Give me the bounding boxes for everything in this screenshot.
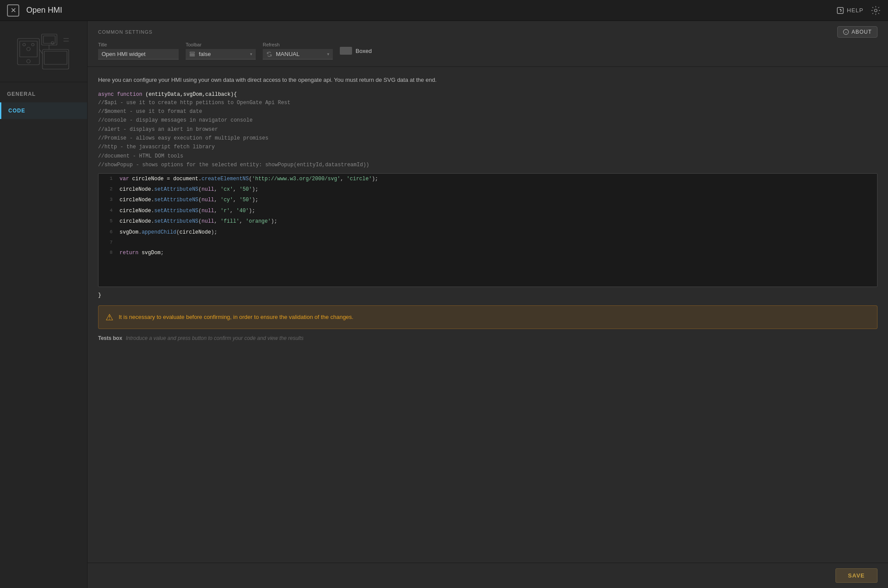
svg-point-16 bbox=[23, 43, 25, 46]
warning-icon: ⚠ bbox=[106, 312, 113, 322]
code-editor-area: Here you can configure your HMI using yo… bbox=[88, 67, 888, 563]
closing-brace: } bbox=[98, 292, 877, 298]
code-line-5: 5 circleNode.setAttributeNS(null, 'fill'… bbox=[99, 216, 877, 227]
toolbar-select[interactable]: false ▾ bbox=[186, 49, 256, 60]
comment-7: //document - HTML DOM tools bbox=[98, 152, 877, 161]
sidebar-nav: GENERAL CODE bbox=[0, 82, 87, 119]
help-label: HELP bbox=[847, 7, 863, 14]
warning-text: It is necessary to evaluate before confi… bbox=[119, 314, 353, 320]
svg-rect-0 bbox=[837, 7, 843, 14]
boxed-checkbox[interactable] bbox=[340, 47, 352, 55]
settings-row: Title Toolbar false ▾ bbox=[98, 42, 877, 60]
comment-6: //http - the javascript fetch library bbox=[98, 143, 877, 151]
close-icon: ✕ bbox=[11, 6, 16, 14]
top-bar: ✕ Open HMI HELP bbox=[0, 0, 888, 21]
help-icon bbox=[836, 7, 844, 14]
svg-point-17 bbox=[32, 43, 34, 46]
toolbar-label: Toolbar bbox=[186, 42, 256, 47]
common-settings-panel: COMMON SETTINGS ABOUT Title Toolb bbox=[88, 21, 888, 67]
sidebar-logo bbox=[0, 21, 87, 82]
code-editor[interactable]: 1 var circleNode = document.createElemen… bbox=[98, 173, 877, 287]
warning-box: ⚠ It is necessary to evaluate before con… bbox=[98, 305, 877, 329]
boxed-setting: Boxed bbox=[340, 47, 372, 55]
code-line-3: 3 circleNode.setAttributeNS(null, 'cy', … bbox=[99, 195, 877, 205]
about-label: ABOUT bbox=[852, 29, 872, 35]
title-input[interactable] bbox=[98, 49, 179, 60]
svg-rect-4 bbox=[20, 41, 37, 57]
page-title: Open HMI bbox=[26, 6, 836, 15]
code-line-1: 1 var circleNode = document.createElemen… bbox=[99, 174, 877, 184]
refresh-value: MANUAL bbox=[276, 51, 300, 57]
comment-2: //$moment - use it to format date bbox=[98, 107, 877, 116]
svg-rect-19 bbox=[190, 52, 195, 52]
bottom-bar: SAVE bbox=[88, 563, 888, 588]
comment-3: //console - display messages in navigato… bbox=[98, 116, 877, 125]
refresh-icon bbox=[266, 51, 272, 57]
main-content: COMMON SETTINGS ABOUT Title Toolb bbox=[88, 21, 888, 588]
sidebar-item-general[interactable]: GENERAL bbox=[0, 86, 87, 102]
code-line-7: 7 bbox=[99, 238, 877, 248]
code-line-6: 6 svgDom.appendChild(circleNode); bbox=[99, 227, 877, 238]
about-icon bbox=[843, 29, 849, 35]
comment-4: //alert - displays an alert in browser bbox=[98, 125, 877, 134]
tests-box-label: Tests box bbox=[98, 335, 122, 341]
fn-signature: async function (entityData,svgDom,callba… bbox=[98, 91, 877, 98]
title-label: Title bbox=[98, 42, 179, 47]
title-setting: Title bbox=[98, 42, 179, 60]
sidebar-item-code[interactable]: CODE bbox=[0, 102, 87, 119]
svg-rect-20 bbox=[190, 54, 195, 54]
svg-rect-21 bbox=[190, 55, 195, 56]
comments-block: //$api - use it to create http petitions… bbox=[98, 98, 877, 170]
close-button[interactable]: ✕ bbox=[7, 4, 19, 17]
toolbar-icon bbox=[189, 51, 195, 57]
refresh-label: Refresh bbox=[263, 42, 333, 47]
tests-box-row: Tests box Introduce a value and press bu… bbox=[98, 335, 877, 341]
svg-point-2 bbox=[874, 9, 877, 12]
svg-point-5 bbox=[27, 60, 30, 63]
comment-1: //$api - use it to create http petitions… bbox=[98, 98, 877, 107]
async-keyword: async bbox=[98, 91, 114, 98]
help-button[interactable]: HELP bbox=[836, 7, 863, 14]
comment-5: //Promise - allows easy execution of mul… bbox=[98, 134, 877, 143]
comment-8: //showPopup - shows options for the sele… bbox=[98, 161, 877, 169]
boxed-label: Boxed bbox=[356, 48, 372, 54]
toolbar-arrow: ▾ bbox=[250, 52, 252, 56]
settings-icon[interactable] bbox=[870, 5, 881, 16]
svg-point-9 bbox=[51, 42, 54, 44]
svg-point-1 bbox=[840, 9, 841, 10]
svg-line-14 bbox=[39, 49, 42, 54]
sidebar: GENERAL CODE bbox=[0, 21, 88, 588]
svg-rect-3 bbox=[18, 38, 39, 65]
main-layout: GENERAL CODE COMMON SETTINGS ABOUT bbox=[0, 21, 888, 588]
top-bar-actions: HELP bbox=[836, 5, 881, 16]
about-button[interactable]: ABOUT bbox=[837, 26, 877, 38]
code-line-4: 4 circleNode.setAttributeNS(null, 'r', '… bbox=[99, 206, 877, 216]
tests-box-hint: Introduce a value and press button to co… bbox=[126, 335, 303, 341]
toolbar-setting: Toolbar false ▾ bbox=[186, 42, 256, 60]
refresh-setting: Refresh MANUAL ▾ bbox=[263, 42, 333, 60]
common-settings-label: COMMON SETTINGS bbox=[98, 29, 152, 35]
svg-rect-10 bbox=[42, 49, 69, 69]
code-line-2: 2 circleNode.setAttributeNS(null, 'cx', … bbox=[99, 184, 877, 195]
refresh-select[interactable]: MANUAL ▾ bbox=[263, 49, 333, 60]
common-settings-header: COMMON SETTINGS ABOUT bbox=[98, 26, 877, 38]
refresh-arrow: ▾ bbox=[327, 52, 329, 56]
toolbar-value: false bbox=[199, 51, 211, 57]
svg-rect-11 bbox=[44, 51, 67, 64]
code-line-8: 8 return svgDom; bbox=[99, 248, 877, 258]
save-button[interactable]: SAVE bbox=[835, 568, 877, 583]
function-keyword: function bbox=[117, 91, 142, 98]
svg-point-15 bbox=[27, 47, 30, 51]
description-text: Here you can configure your HMI using yo… bbox=[98, 76, 877, 84]
